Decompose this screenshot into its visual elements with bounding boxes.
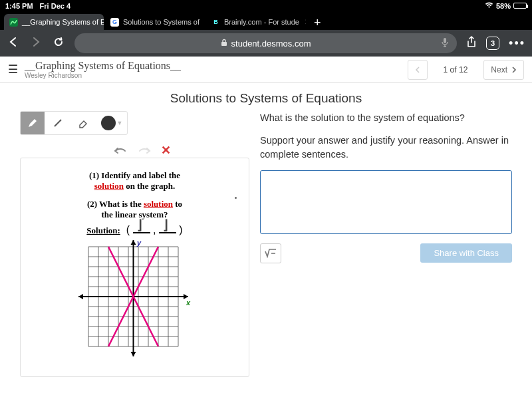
page-counter: 1 of 12 xyxy=(434,65,477,74)
student-name: Wesley Richardson xyxy=(25,72,401,79)
tab-google[interactable]: G Solutions to Systems of ✕ xyxy=(105,14,205,30)
tab-label: Brainly.com - For stude xyxy=(224,18,299,26)
solution-blanks: Solution: ( ⌋ , ⌋ ) xyxy=(27,220,242,236)
drawing-canvas[interactable]: (1) Identify and label the solution on t… xyxy=(20,158,249,377)
pencil-mark-2: ⌋ xyxy=(163,217,168,233)
menu-icon[interactable]: ☰ xyxy=(8,63,18,76)
svg-text:x: x xyxy=(186,299,191,307)
instruction-2: (2) What is the solution to the linear s… xyxy=(27,199,242,221)
color-dot-icon xyxy=(101,116,116,130)
redo-button[interactable] xyxy=(137,144,152,156)
svg-text:y: y xyxy=(136,240,142,247)
line-tool[interactable] xyxy=(46,112,70,134)
desmos-favicon-icon xyxy=(9,18,18,27)
instruction-1: (1) Identify and label the solution on t… xyxy=(27,170,242,192)
share-icon[interactable] xyxy=(466,36,477,51)
svg-rect-0 xyxy=(221,42,227,46)
undo-button[interactable] xyxy=(113,144,128,156)
eraser-tool[interactable] xyxy=(71,112,95,134)
coordinate-graph: y x xyxy=(72,240,198,360)
brainly-favicon-icon: B xyxy=(211,18,220,27)
ios-status-bar: 1:45 PM Fri Dec 4 58% xyxy=(0,0,532,11)
chevron-down-icon: ▼ xyxy=(117,120,123,126)
reload-button[interactable] xyxy=(52,36,65,51)
svg-rect-1 xyxy=(444,38,446,43)
more-icon[interactable]: ••• xyxy=(509,37,525,51)
back-button[interactable] xyxy=(7,36,20,51)
forward-button[interactable] xyxy=(29,36,43,51)
math-keyboard-button[interactable] xyxy=(260,243,281,263)
status-date: Fri Dec 4 xyxy=(40,2,70,10)
prev-button[interactable] xyxy=(408,60,428,80)
mic-icon[interactable] xyxy=(441,37,449,50)
browser-tab-strip: __Graphing Systems of E ✕ G Solutions to… xyxy=(0,11,532,30)
drawing-toolbar: ▼ xyxy=(20,111,128,135)
question-prompt-1: What is the solution to the system of eq… xyxy=(260,111,512,124)
new-tab-button[interactable]: + xyxy=(307,16,328,30)
clear-button[interactable]: ✕ xyxy=(161,143,171,158)
google-favicon-icon: G xyxy=(110,18,119,27)
ink-dot xyxy=(235,197,237,199)
activity-header: ☰ __Graphing Systems of Equations__ Wesl… xyxy=(0,57,532,83)
browser-toolbar: student.desmos.com 3 ••• xyxy=(0,30,532,57)
answer-input[interactable] xyxy=(260,170,512,234)
lock-icon xyxy=(221,39,227,49)
tab-label: __Graphing Systems of E xyxy=(22,18,104,26)
status-time: 1:45 PM xyxy=(5,2,33,10)
tab-brainly[interactable]: B Brainly.com - For stude ✕ xyxy=(206,14,306,30)
battery-pct: 58% xyxy=(496,2,511,10)
next-label: Next xyxy=(491,65,507,74)
pencil-mark-1: ⌋ xyxy=(137,217,142,233)
page-title: Solutions to Systems of Equations xyxy=(0,83,532,111)
url-bar[interactable]: student.desmos.com xyxy=(74,33,457,53)
wifi-icon xyxy=(485,2,493,10)
url-text: student.desmos.com xyxy=(231,39,311,49)
next-button[interactable]: Next xyxy=(483,60,524,80)
close-icon[interactable]: ✕ xyxy=(305,17,306,27)
tabs-count-button[interactable]: 3 xyxy=(486,37,499,50)
tab-label: Solutions to Systems of xyxy=(123,18,200,26)
question-prompt-2: Support your answer and justify your rea… xyxy=(260,134,512,161)
battery-icon xyxy=(513,3,527,9)
color-picker[interactable]: ▼ xyxy=(96,112,127,134)
pencil-tool[interactable] xyxy=(21,112,45,134)
tab-desmos[interactable]: __Graphing Systems of E ✕ xyxy=(4,14,104,30)
activity-title: __Graphing Systems of Equations__ xyxy=(25,60,401,72)
share-with-class-button[interactable]: Share with Class xyxy=(420,243,512,263)
